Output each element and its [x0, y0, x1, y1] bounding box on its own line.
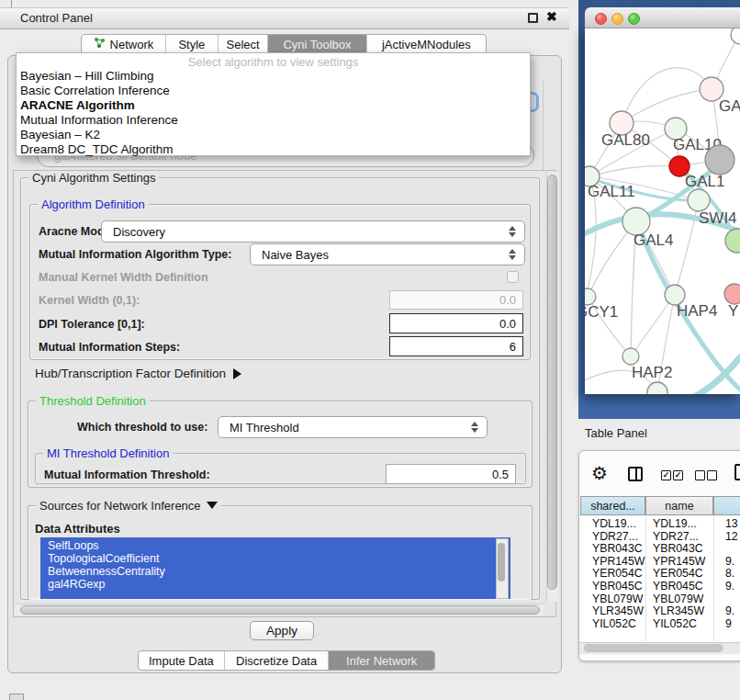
- tab-select[interactable]: Select: [218, 35, 267, 53]
- column-header-name[interactable]: name: [645, 496, 713, 515]
- combo-arrows-icon: [508, 248, 516, 261]
- algorithm-option-aracne-algorithm[interactable]: ARACNE Algorithm: [20, 98, 135, 113]
- table-rows: YDL19...YDL19...13YDR27...YDR27...12YBR0…: [579, 516, 740, 641]
- table-cell: YPR145W: [592, 555, 645, 568]
- aracne-mode-combobox[interactable]: Discovery: [101, 220, 525, 243]
- table-row[interactable]: YIL052CYIL052C9: [579, 617, 740, 630]
- tab-label: Network: [110, 38, 154, 51]
- mi-threshold-value: 0.5: [492, 468, 509, 481]
- mi-algorithm-type-label: Mutual Information Algorithm Type:: [39, 248, 231, 261]
- network-node-label: GAL1: [685, 173, 724, 190]
- attribute-item-gal4rgexp[interactable]: gal4RGexp: [40, 578, 510, 591]
- apply-button[interactable]: Apply: [250, 621, 314, 640]
- dpi-tolerance-label: DPI Tolerance [0,1]:: [39, 318, 145, 331]
- gear-icon[interactable]: ⚙: [591, 462, 608, 484]
- file-icon[interactable]: [734, 464, 740, 480]
- which-threshold-label: Which threshold to use:: [77, 421, 207, 434]
- column-header-extra[interactable]: [713, 496, 740, 515]
- data-attributes-list[interactable]: SelfLoopsTopologicalCoefficientBetweenne…: [40, 537, 510, 599]
- network-node-label: GAL11: [588, 183, 635, 200]
- network-node[interactable]: [725, 229, 740, 253]
- manual-kernel-width-checkbox[interactable]: [507, 271, 519, 283]
- network-node[interactable]: [647, 382, 667, 394]
- table-row[interactable]: YLR345WYLR345W9.: [579, 604, 740, 617]
- table-cell: YER054C: [653, 567, 703, 580]
- sources-group-title[interactable]: Sources for Network Inference: [36, 499, 221, 513]
- mi-algorithm-type-combobox[interactable]: Naive Bayes: [250, 243, 525, 265]
- cyni-bottom-tab-bar: Impute DataDiscretize DataInfer Network: [138, 650, 435, 671]
- algorithm-popup-placeholder: Select algorithm to view settings: [17, 55, 530, 69]
- algorithm-option-bayesian-k2[interactable]: Bayesian – K2: [20, 128, 100, 142]
- table-row[interactable]: YBR043CYBR043C: [579, 542, 740, 555]
- algorithm-option-bayesian-hill-climbing[interactable]: Bayesian – Hill Climbing: [20, 69, 154, 84]
- which-threshold-combobox[interactable]: MI Threshold: [218, 416, 488, 438]
- tab-label: Cyni Toolbox: [283, 38, 351, 51]
- close-panel-icon[interactable]: ✖: [546, 9, 557, 24]
- table-horizontal-scrollbar-thumb[interactable]: [584, 644, 723, 652]
- dpi-tolerance-field[interactable]: 0.0: [389, 313, 523, 333]
- attribute-item-selfloops[interactable]: SelfLoops: [40, 539, 510, 552]
- checked-checkbox-icon[interactable]: ✓: [673, 470, 683, 480]
- tab-network[interactable]: Network: [82, 35, 165, 53]
- table-cell: YDL19...: [592, 517, 636, 530]
- hub-definition-label: Hub/Transcription Factor Definition: [35, 367, 226, 380]
- traffic-light-zoom-icon[interactable]: [628, 13, 640, 25]
- algorithm-option-mutual-information-inference[interactable]: Mutual Information Inference: [20, 113, 178, 128]
- mi-threshold-field[interactable]: 0.5: [386, 464, 516, 484]
- network-node-swi4[interactable]: [688, 189, 710, 211]
- tab-style[interactable]: Style: [165, 35, 218, 53]
- tab-impute-data[interactable]: Impute Data: [139, 651, 224, 670]
- tab-jactivemnodules[interactable]: jActiveMNodules: [366, 35, 486, 53]
- table-cell: 8.: [725, 567, 734, 580]
- threshold-definition-title: Threshold Definition: [36, 394, 150, 408]
- attribute-item-betweennesscentrality[interactable]: BetweennessCentrality: [40, 565, 510, 578]
- algorithm-option-dream8-dc-tdc-algorithm[interactable]: Dream8 DC_TDC Algorithm: [20, 142, 174, 157]
- table-row[interactable]: YBL079WYBL079W: [579, 593, 740, 605]
- table-row[interactable]: YBR045CYBR045C9.: [579, 580, 740, 593]
- table-cell: 13: [725, 517, 738, 530]
- table-row[interactable]: YER054CYER054C8.: [579, 567, 740, 580]
- network-window-titlebar[interactable]: [585, 7, 740, 28]
- network-node[interactable]: [731, 28, 740, 44]
- mi-steps-field[interactable]: 6: [389, 336, 523, 356]
- table-row[interactable]: YDR27...YDR27...12: [579, 530, 740, 543]
- network-node-hap2[interactable]: [622, 348, 639, 365]
- tab-discretize-data[interactable]: Discretize Data: [224, 651, 329, 670]
- unchecked-checkbox-icon[interactable]: [707, 470, 717, 480]
- network-node[interactable]: [705, 145, 734, 175]
- column-header-shared[interactable]: shared...: [580, 496, 645, 515]
- collapsed-panel-icon[interactable]: [9, 694, 24, 700]
- group-border-fragment: [543, 81, 544, 170]
- table-row[interactable]: YPR145WYPR145W9.: [579, 555, 740, 568]
- unchecked-checkbox-icon[interactable]: [695, 470, 705, 480]
- hub-definition-toggle[interactable]: Hub/Transcription Factor Definition: [35, 367, 241, 380]
- settings-horizontal-scrollbar-thumb[interactable]: [20, 605, 540, 615]
- column-divider: [645, 516, 646, 641]
- table-cell: YBL079W: [592, 593, 643, 605]
- mi-steps-label: Mutual Information Steps:: [39, 341, 180, 354]
- network-node-y[interactable]: [724, 284, 740, 304]
- kernel-width-label: Kernel Width (0,1):: [39, 294, 140, 307]
- column-divider: [713, 516, 714, 641]
- tab-label: Select: [227, 38, 260, 51]
- traffic-light-close-icon[interactable]: [595, 13, 607, 25]
- table-cell: YBR045C: [592, 580, 643, 593]
- algorithm-dropdown-popup: Select algorithm to view settings Bayesi…: [16, 52, 531, 156]
- settings-vertical-scrollbar-thumb[interactable]: [547, 175, 557, 590]
- algorithm-option-basic-correlation-inference[interactable]: Basic Correlation Inference: [20, 84, 170, 98]
- network-canvas[interactable]: GALGAL80GAL10GAL1GAL11SWI4GAL4GCY1HAP4YH…: [585, 28, 740, 394]
- network-node-label: HAP2: [632, 364, 672, 381]
- column-layout-icon[interactable]: [628, 467, 643, 481]
- attribute-item-topologicalcoefficient[interactable]: TopologicalCoefficient: [40, 552, 510, 565]
- tab-infer-network[interactable]: Infer Network: [328, 651, 434, 670]
- tab-cyni-toolbox[interactable]: Cyni Toolbox: [267, 35, 366, 53]
- network-edge: [631, 295, 675, 356]
- traffic-light-minimize-icon[interactable]: [611, 13, 623, 25]
- table-cell: YBR045C: [653, 580, 703, 593]
- table-row[interactable]: YDL19...YDL19...13: [579, 517, 740, 530]
- table-cell: YDR27...: [592, 530, 638, 543]
- float-panel-icon[interactable]: [528, 13, 538, 23]
- checked-checkbox-icon[interactable]: ✓: [661, 470, 671, 480]
- algorithm-definition-title: Algorithm Definition: [38, 198, 149, 211]
- network-node-label: GCY1: [585, 303, 618, 321]
